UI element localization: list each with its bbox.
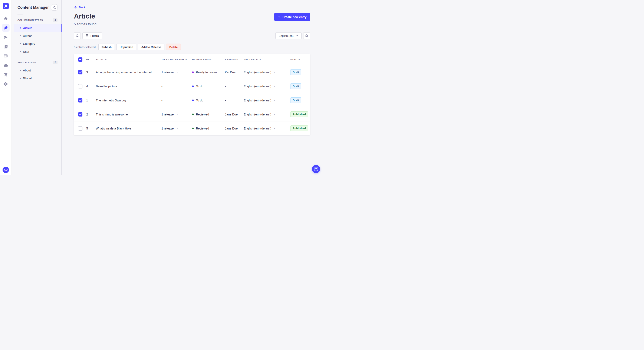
cell-status: Draft [290, 83, 307, 89]
cell-release[interactable]: 1 release [162, 113, 192, 116]
cell-title: Beautiful picture [96, 85, 162, 88]
stage-label: To do [196, 99, 203, 102]
cell-select [78, 70, 86, 74]
cell-review-stage: To do [192, 99, 225, 102]
table-search-button[interactable] [74, 32, 81, 39]
sidebar-item-category[interactable]: Category [14, 40, 61, 48]
select-all-checkbox[interactable] [78, 57, 82, 62]
column-header-available-in[interactable]: AVAILABLE IN [244, 58, 290, 61]
check-icon [79, 113, 82, 115]
view-settings-button[interactable] [303, 32, 310, 39]
cell-release[interactable]: 1 release [162, 71, 192, 74]
cell-assignee: - [225, 99, 244, 102]
content-type-builder-icon [4, 54, 8, 58]
cell-release[interactable]: 1 release [162, 127, 192, 130]
column-header-release[interactable]: TO BE RELEASED IN [162, 58, 192, 61]
sort-ascending-icon [105, 59, 107, 60]
back-link[interactable]: Back [74, 6, 86, 9]
bullet-icon [20, 43, 21, 44]
cell-available-in[interactable]: English (en) (default) [244, 85, 290, 88]
sidebar-item-user[interactable]: User [14, 48, 61, 55]
bullet-icon [20, 78, 21, 79]
column-header-status[interactable]: STATUS [290, 58, 307, 61]
sidebar-item-author[interactable]: Author [14, 32, 61, 40]
release-label: 1 release [162, 127, 174, 130]
available-in-label: English (en) (default) [244, 99, 271, 102]
selection-actions-row: 3 entries selected Publish Unpublish Add… [74, 44, 310, 50]
row-checkbox[interactable] [78, 126, 82, 131]
cell-available-in[interactable]: English (en) (default) [244, 71, 290, 74]
subnav-search-button[interactable] [51, 4, 58, 11]
subnav-sections: COLLECTION TYPES4ArticleAuthorCategoryUs… [12, 16, 61, 82]
delete-button[interactable]: Delete [166, 44, 181, 50]
subnav-header: Content Manager [12, 0, 61, 11]
sidebar-item-label: Article [23, 26, 32, 30]
sidebar-item-article[interactable]: Article [14, 24, 61, 32]
sidebar-item-about[interactable]: About [14, 66, 61, 74]
page-title: Article [74, 12, 95, 20]
table-row[interactable]: 1The internet's Own boy-To do-English (e… [74, 93, 310, 107]
table-row[interactable]: 3A bug is becoming a meme on the interne… [74, 65, 310, 79]
column-header-assignee[interactable]: ASSIGNEE [225, 58, 244, 61]
unpublish-button[interactable]: Unpublish [116, 44, 136, 50]
publish-button[interactable]: Publish [98, 44, 115, 50]
rail-item-content-manager[interactable] [2, 24, 10, 32]
bullet-icon [20, 51, 21, 52]
settings-icon [4, 82, 8, 86]
column-header-review-stage[interactable]: REVIEW STAGE [192, 58, 225, 61]
cell-available-in[interactable]: English (en) (default) [244, 99, 290, 102]
help-button[interactable]: ? [312, 165, 320, 173]
locale-select[interactable]: English (en) [275, 32, 302, 39]
user-avatar[interactable]: KD [2, 167, 9, 173]
row-checkbox[interactable] [78, 70, 82, 74]
cell-assignee: Kai Doe [225, 71, 244, 74]
check-icon [79, 71, 82, 73]
section-header: SINGLE TYPES2 [12, 59, 61, 66]
title-row: Article + Create new entry [74, 12, 310, 21]
rail-item-home[interactable] [2, 15, 10, 22]
row-checkbox[interactable] [78, 112, 82, 117]
stage-dot-icon [192, 114, 194, 115]
sidebar-item-label: User [23, 50, 30, 53]
table-row[interactable]: 2This shrimp is awesome1 releaseReviewed… [74, 107, 310, 121]
table-row[interactable]: 4Beautiful picture-To do-English (en) (d… [74, 79, 310, 93]
cell-title: The internet's Own boy [96, 99, 162, 102]
rail-item-content-type-builder[interactable] [2, 52, 10, 60]
rail-item-releases[interactable] [2, 33, 10, 41]
cell-assignee: Jane Doe [225, 127, 244, 130]
rail-item-media-library[interactable] [2, 43, 10, 50]
row-checkbox[interactable] [78, 84, 82, 88]
cell-title: A bug is becoming a meme on the internet [96, 71, 162, 74]
cell-available-in[interactable]: English (en) (default) [244, 113, 290, 116]
entries-table: ID TITLE TO BE RELEASED IN REVIEW STAGE … [74, 54, 310, 135]
sidebar-item-global[interactable]: Global [14, 74, 61, 82]
strapi-logo[interactable] [3, 3, 9, 9]
rail-item-marketplace[interactable] [2, 71, 10, 78]
cell-review-stage: To do [192, 85, 225, 88]
add-to-release-button[interactable]: Add to Release [138, 44, 164, 50]
chevron-down-icon [274, 100, 276, 101]
cell-status: Published [290, 126, 307, 131]
rail-item-cloud[interactable] [2, 61, 10, 69]
section-count-badge: 4 [53, 18, 58, 22]
cell-available-in[interactable]: English (en) (default) [244, 127, 290, 130]
stage-dot-icon [192, 128, 194, 129]
cell-select [78, 84, 86, 88]
row-checkbox[interactable] [78, 98, 82, 103]
main-content: Back Article + Create new entry 5 entrie… [62, 0, 322, 175]
section-label: COLLECTION TYPES [18, 19, 43, 21]
column-header-id[interactable]: ID [86, 58, 96, 61]
rail-divider [0, 12, 12, 12]
rail-nav [2, 15, 10, 88]
create-new-entry-label: Create new entry [282, 15, 306, 19]
chevron-down-icon [274, 128, 276, 129]
filters-button[interactable]: Filters [82, 32, 102, 39]
section-items: ArticleAuthorCategoryUser [12, 24, 61, 55]
create-new-entry-button[interactable]: + Create new entry [274, 13, 310, 21]
table-row[interactable]: 5What's inside a Black Hole1 releaseRevi… [74, 121, 310, 135]
cell-select [78, 126, 86, 131]
column-header-title[interactable]: TITLE [96, 58, 162, 61]
rail-item-settings[interactable] [2, 80, 10, 88]
cell-select [78, 98, 86, 103]
sidebar-item-label: About [23, 69, 31, 72]
